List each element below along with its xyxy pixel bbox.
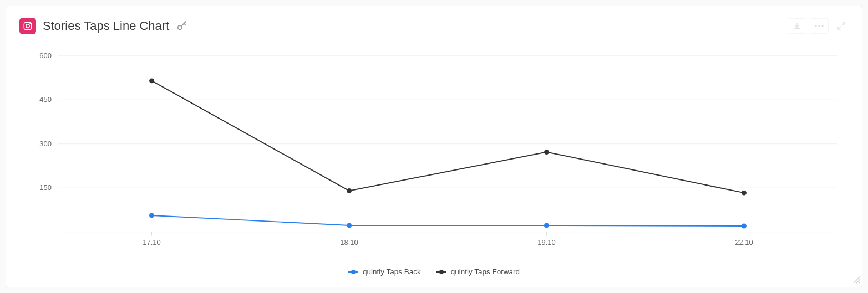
- svg-point-3: [178, 25, 182, 29]
- chart-area: 15030045060017.1018.1019.1022.10 quintly…: [19, 45, 849, 276]
- data-point[interactable]: [742, 191, 747, 196]
- x-tick-label: 18.10: [340, 238, 358, 246]
- svg-point-1: [26, 24, 29, 28]
- series-line: [152, 81, 744, 193]
- download-button[interactable]: [788, 18, 806, 34]
- svg-point-2: [29, 23, 31, 24]
- chart-title: Stories Taps Line Chart: [43, 19, 169, 33]
- chart-card: Stories Taps Line Chart: [6, 6, 862, 287]
- legend-item[interactable]: quintly Taps Back: [348, 268, 421, 276]
- data-point[interactable]: [544, 150, 549, 155]
- y-tick-label: 600: [39, 52, 52, 60]
- legend-marker-icon: [348, 271, 358, 273]
- data-point[interactable]: [742, 224, 747, 229]
- legend-marker-icon: [436, 271, 446, 273]
- instagram-icon: [19, 18, 36, 34]
- y-tick-label: 450: [39, 95, 52, 104]
- data-point[interactable]: [347, 188, 352, 193]
- legend-label: quintly Taps Back: [363, 268, 421, 276]
- x-tick-label: 22.10: [735, 238, 753, 246]
- legend-item[interactable]: quintly Taps Forward: [436, 268, 520, 276]
- line-chart: 15030045060017.1018.1019.1022.10: [19, 45, 849, 276]
- data-point[interactable]: [347, 223, 352, 228]
- series-line: [152, 215, 744, 226]
- legend-label: quintly Taps Forward: [451, 268, 520, 276]
- key-icon[interactable]: [176, 20, 188, 32]
- x-tick-label: 19.10: [537, 238, 555, 246]
- y-tick-label: 300: [39, 140, 52, 148]
- data-point[interactable]: [544, 223, 549, 228]
- svg-point-5: [818, 25, 820, 27]
- data-point[interactable]: [149, 213, 154, 218]
- more-button[interactable]: [810, 18, 829, 34]
- chart-legend: quintly Taps Backquintly Taps Forward: [19, 268, 849, 276]
- svg-point-4: [815, 25, 816, 27]
- svg-point-6: [821, 25, 823, 27]
- data-point[interactable]: [149, 78, 154, 83]
- header-actions: [788, 18, 849, 34]
- resize-handle-icon[interactable]: [853, 276, 861, 286]
- expand-button[interactable]: [834, 19, 849, 33]
- y-tick-label: 150: [39, 183, 52, 192]
- card-header: Stories Taps Line Chart: [19, 16, 849, 36]
- x-tick-label: 17.10: [143, 238, 160, 246]
